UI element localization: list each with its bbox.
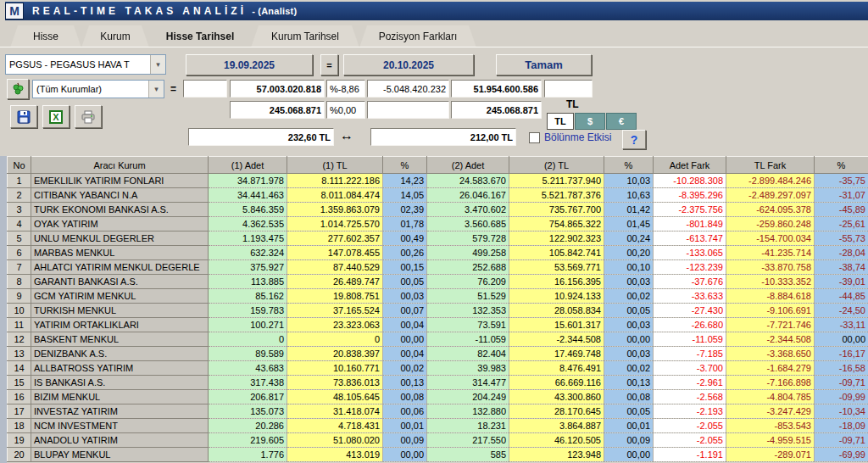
cell-araci-kurum: DENIZBANK A.S.: [31, 347, 209, 361]
stock-select[interactable]: PGSUS - PEGASUS HAVA T ▾: [5, 54, 166, 75]
table-row[interactable]: 11YATIRIM ORTAKLIKLARI100.27123.323.0630…: [8, 318, 868, 332]
cell-adet-1: 317.438: [209, 376, 287, 390]
table-row[interactable]: 4OYAK YATIRIM4.362.5351.014.725.57001,78…: [8, 217, 868, 232]
cell-no: 12: [8, 332, 31, 347]
cell-pct-1: 00,26: [383, 246, 427, 260]
date-to-button[interactable]: 20.10.2025: [343, 54, 474, 75]
app-title: REAL-TIME TAKAS ANALİZİ: [32, 5, 247, 17]
table-row[interactable]: 14ALLBATROSS YATIRIM43.68310.160.77100,0…: [8, 361, 868, 376]
cell-tl-1: 4.718.431: [287, 419, 383, 433]
equals-button[interactable]: =: [320, 54, 338, 75]
cell-tl-1: 413.019: [287, 448, 383, 462]
cell-adet-1: 375.927: [209, 260, 287, 275]
tab-kurum[interactable]: Kurum: [81, 25, 149, 47]
tab-hisse[interactable]: Hisse: [10, 25, 81, 47]
column-header[interactable]: Aracı Kurum: [31, 157, 209, 174]
table-row[interactable]: 17INVESTAZ YATIRIM135.07331.418.07400,06…: [8, 404, 868, 419]
table-row[interactable]: 8GARANTI BANKASI A.S.113.88526.489.74700…: [8, 275, 868, 289]
currency-usd-button[interactable]: $: [575, 113, 605, 130]
table-row[interactable]: 13DENIZBANK A.S.89.58920.838.39700,0482.…: [8, 347, 868, 361]
cell-no: 13: [8, 347, 31, 361]
table-row[interactable]: 9GCM YATIRIM MENKUL85.16219.808.75100,03…: [8, 289, 868, 304]
grapes-icon[interactable]: [7, 79, 29, 99]
price-to-field[interactable]: [370, 128, 516, 146]
cell-pct-fark: -10,34: [815, 404, 868, 419]
chevron-down-icon[interactable]: ▾: [150, 55, 165, 74]
table-row[interactable]: 18NCM INVESTMENT20.2864.718.43100,0118.2…: [8, 419, 868, 433]
table-row[interactable]: 5UNLU MENKUL DEGERLER1.193.475277.602.35…: [8, 232, 868, 246]
cell-adet-2: 24.583.670: [427, 174, 509, 188]
table-row[interactable]: 15IS BANKASI A.S.317.43873.836.01300,133…: [8, 376, 868, 390]
cell-adet-fark: -1.191: [654, 448, 726, 462]
cell-pct-2: 00,05: [604, 304, 654, 318]
extra-2-field[interactable]: [367, 101, 449, 119]
column-header[interactable]: %: [815, 157, 868, 174]
extra-1-field[interactable]: [544, 80, 593, 98]
column-header[interactable]: %: [383, 157, 427, 174]
table-row[interactable]: 10TURKISH MENKUL159.78337.165.52400,0713…: [8, 304, 868, 318]
column-header[interactable]: Adet Fark: [654, 157, 726, 174]
cell-pct-2: 01,42: [604, 203, 654, 217]
chevron-down-icon[interactable]: ▾: [148, 81, 164, 98]
currency-eur-button[interactable]: €: [606, 113, 637, 130]
currency-tl-button[interactable]: TL: [547, 113, 574, 130]
table-row[interactable]: 19ANADOLU YATIRIM219.60551.080.02000,092…: [8, 433, 868, 448]
pct-change-1-field[interactable]: [326, 80, 365, 98]
difference-field[interactable]: [367, 80, 449, 98]
adet-total-2-field[interactable]: [451, 101, 542, 119]
cell-no: 11: [8, 318, 31, 332]
table-row[interactable]: 20BLUPAY MENKUL1.776413.01900,00585123.9…: [8, 448, 868, 462]
cell-pct-2: 00,24: [604, 232, 654, 246]
column-header[interactable]: (1) Adet: [209, 157, 287, 174]
column-header[interactable]: (1) TL: [287, 157, 383, 174]
cell-pct-fark: -16,17: [815, 347, 868, 361]
adet-total-1-field[interactable]: [230, 101, 325, 119]
cell-tl-2: 17.469.748: [509, 347, 604, 361]
cell-tl-2: 28.058.834: [509, 304, 604, 318]
ok-button[interactable]: Tamam: [496, 54, 592, 75]
table-row[interactable]: 16BIZIM MENKUL206.81748.105.64500,08204.…: [8, 390, 868, 404]
filter-input[interactable]: [183, 80, 227, 98]
cell-adet-1: 206.817: [209, 390, 287, 404]
column-header[interactable]: %: [604, 157, 654, 174]
total-1-field[interactable]: [230, 80, 325, 98]
total-2-field[interactable]: [451, 80, 542, 98]
cell-tl-2: 105.842.741: [509, 246, 604, 260]
cell-adet-fark: -2.375.756: [654, 203, 726, 217]
table-row[interactable]: 1EMEKLILIK YATIRIM FONLARI34.871.9788.11…: [8, 174, 868, 188]
cell-adet-2: 217.550: [427, 433, 509, 448]
tab-pozisyon-farklari[interactable]: Pozisyon Farkları: [359, 25, 476, 47]
date-from-button[interactable]: 19.09.2025: [186, 54, 313, 75]
cell-araci-kurum: INVESTAZ YATIRIM: [31, 404, 209, 419]
column-header[interactable]: (2) Adet: [427, 157, 509, 174]
cell-pct-fark: -18,09: [815, 419, 868, 433]
cell-pct-fark: -38,74: [815, 260, 868, 275]
cell-tl-2: 66.669.116: [509, 376, 604, 390]
cell-no: 20: [8, 448, 31, 462]
table-row[interactable]: 12BASKENT MENKUL0000,00-11.059-2.344.508…: [8, 332, 868, 347]
cell-pct-1: 00,08: [383, 390, 427, 404]
column-header[interactable]: (2) TL: [509, 157, 604, 174]
table-row[interactable]: 2CITIBANK YABANCI N.A34.441.4638.011.084…: [8, 188, 868, 203]
column-header[interactable]: No: [8, 157, 31, 174]
table-row[interactable]: 3TURK EKONOMI BANKASI A.S.5.846.3591.359…: [8, 203, 868, 217]
cell-adet-fark: -27.430: [654, 304, 726, 318]
table-row[interactable]: 7AHLATCI YATIRIM MENKUL DEGERLE375.92787…: [8, 260, 868, 275]
split-effect-checkbox[interactable]: [529, 132, 540, 143]
export-excel-button[interactable]: X: [42, 105, 70, 128]
cell-adet-1: 219.605: [209, 433, 287, 448]
price-from-field[interactable]: [188, 128, 334, 146]
pct-change-2-field[interactable]: [326, 101, 365, 119]
cell-tl-1: 1.014.725.570: [287, 217, 383, 232]
cell-pct-2: 10,63: [604, 188, 654, 203]
print-button[interactable]: [75, 105, 102, 128]
help-button[interactable]: ?: [622, 130, 646, 149]
cell-pct-fark: -31,07: [815, 188, 868, 203]
tab-kurum-tarihsel[interactable]: Kurum Tarihsel: [251, 25, 359, 47]
kurum-select[interactable]: (Tüm Kurumlar) ▾: [32, 80, 164, 98]
cell-tl-fark: -4.959.515: [726, 433, 815, 448]
column-header[interactable]: TL Fark: [726, 157, 815, 174]
save-button[interactable]: [10, 105, 37, 128]
table-row[interactable]: 6MARBAS MENKUL632.324147.078.45500,26499…: [8, 246, 868, 260]
tab-hisse-tarihsel[interactable]: Hisse Tarihsel: [149, 25, 251, 47]
